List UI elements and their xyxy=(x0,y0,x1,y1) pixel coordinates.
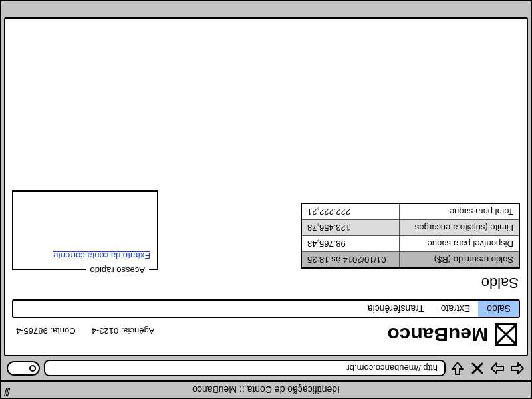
back-icon[interactable] xyxy=(509,360,525,376)
account-info: Agência: 0123-4 Conta: 98765-4 xyxy=(16,327,154,343)
tab-extrato[interactable]: Extrato xyxy=(432,301,478,317)
balance-value: 123.456,78 xyxy=(301,220,400,236)
table-row: Disponível para saque 98.765,43 xyxy=(301,236,519,252)
tab-strip: Saldo Extrato Transferência xyxy=(12,299,520,318)
window-title: Identificação de Conta :: MeuBanco xyxy=(192,384,340,395)
table-row: Limite (sujeito a encargos 123.456,78 xyxy=(301,220,519,236)
browser-window: Identificação de Conta :: MeuBanco /// h… xyxy=(0,0,532,399)
bottom-band xyxy=(1,1,531,9)
agencia: Agência: 0123-4 xyxy=(92,327,155,336)
balance-table: Saldo resumido (R$) 01/10/2014 às 18:35 … xyxy=(301,203,520,269)
quick-access-box: Acesso rápido Extrato da conta corrente xyxy=(12,190,158,270)
url-text: http://meubanco.com.br xyxy=(346,364,438,374)
balance-header-left: Saldo resumido (R$) xyxy=(400,252,519,269)
tab-saldo[interactable]: Saldo xyxy=(478,301,519,317)
page-body: Saldo Saldo resumido (R$) 01/10/2014 às … xyxy=(12,25,520,299)
left-column: Saldo Saldo resumido (R$) 01/10/2014 às … xyxy=(158,25,520,294)
brand: MeuBanco xyxy=(387,323,517,346)
balance-header-right: 01/10/2014 às 18:35 xyxy=(301,252,400,269)
logo-icon xyxy=(495,323,517,346)
conta: Conta: 98765-4 xyxy=(16,327,76,336)
agencia-value: 0123-4 xyxy=(92,327,118,336)
search-icon xyxy=(29,365,36,372)
brand-row: MeuBanco Agência: 0123-4 Conta: 98765-4 xyxy=(12,318,520,348)
balance-value: 222.222,21 xyxy=(301,203,400,220)
balance-label: Total para saque xyxy=(400,203,519,220)
url-input[interactable]: http://meubanco.com.br xyxy=(44,360,446,377)
tab-transferencia[interactable]: Transferência xyxy=(359,301,432,317)
section-title: Saldo xyxy=(158,274,519,291)
search-pill[interactable] xyxy=(7,361,40,376)
table-row: Total para saque 222.222,21 xyxy=(301,203,519,220)
conta-value: 98765-4 xyxy=(16,327,48,336)
balance-label: Limite (sujeito a encargos xyxy=(400,220,519,236)
conta-label: Conta: xyxy=(50,327,75,336)
download-icon[interactable] xyxy=(450,360,466,376)
browser-toolbar: http://meubanco.com.br xyxy=(1,356,531,380)
forward-icon[interactable] xyxy=(489,360,505,376)
page-content: MeuBanco Agência: 0123-4 Conta: 98765-4 … xyxy=(4,17,528,356)
agencia-label: Agência: xyxy=(121,327,155,336)
brand-name: MeuBanco xyxy=(387,323,488,346)
stop-icon[interactable] xyxy=(469,360,485,376)
right-column: Acesso rápido Extrato da conta corrente xyxy=(12,25,158,294)
table-row: Saldo resumido (R$) 01/10/2014 às 18:35 xyxy=(301,252,519,269)
balance-value: 98.765,43 xyxy=(301,236,400,252)
balance-label: Disponível para saque xyxy=(400,236,519,252)
window-controls-icon[interactable]: /// xyxy=(5,388,10,395)
quick-access-legend: Acesso rápido xyxy=(86,265,149,275)
titlebar: Identificação de Conta :: MeuBanco /// xyxy=(1,380,531,398)
quick-link-extrato[interactable]: Extrato da conta corrente xyxy=(53,251,150,261)
